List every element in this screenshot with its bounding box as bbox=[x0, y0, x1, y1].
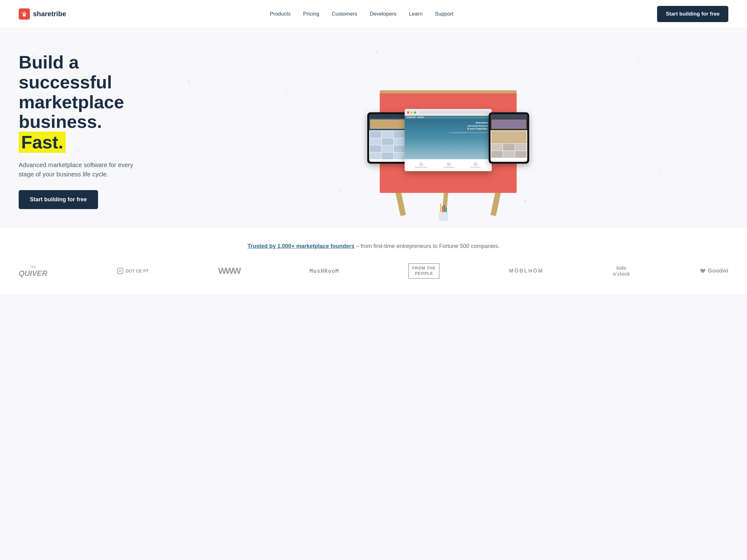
hero-heading-line1: Build a successful bbox=[19, 52, 112, 92]
browser-dot-red bbox=[407, 111, 409, 113]
frompeople-label: FROM THEPEOPLE bbox=[412, 266, 436, 276]
nav-item-customers[interactable]: Customers bbox=[332, 11, 357, 17]
how-label-2: Various Workout Options bbox=[443, 167, 454, 168]
hero-illustration: Affordablepersonal trainersat your finge… bbox=[168, 50, 728, 212]
browser-dot-yellow bbox=[411, 111, 413, 113]
how-icon-2 bbox=[447, 162, 451, 166]
nav-item-pricing[interactable]: Pricing bbox=[303, 11, 319, 17]
dotcept-icon bbox=[117, 268, 124, 274]
tablet-bar-left bbox=[369, 114, 406, 118]
how-label-3: Train at our Partner Gyms bbox=[470, 167, 481, 168]
hero-heading-line3: business. bbox=[19, 111, 102, 132]
brand-logos-row: The QUIVER DOT CE PT WWW MusHRooM FROM T… bbox=[19, 263, 728, 279]
tablet-screen-right bbox=[491, 114, 527, 162]
hero-fast-word: Fast. bbox=[19, 132, 66, 153]
tablet-screen-left bbox=[369, 114, 406, 162]
pencils-cup bbox=[439, 212, 448, 221]
brand-mushroom: MusHRooM bbox=[310, 268, 339, 274]
brand-moblhom: MÖBLHÖM bbox=[509, 268, 543, 274]
dotcept-label: DOT CE PT bbox=[125, 268, 149, 273]
kidsclock-label: kidso'clock bbox=[613, 265, 630, 277]
goodwi-heart-icon bbox=[699, 268, 706, 274]
sharetribe-logo-icon bbox=[19, 8, 30, 20]
nav-item-learn[interactable]: Learn bbox=[409, 11, 422, 17]
browser-hero-overlay: Affordablepersonal trainersat your finge… bbox=[449, 121, 488, 133]
how-item-3: Train at our Partner Gyms bbox=[470, 162, 481, 168]
navbar: sharetribe Products Pricing Customers De… bbox=[0, 0, 747, 28]
cup-body bbox=[439, 212, 448, 221]
hero-section: ↗ ↗ ↗ ↗ ↗ ↗ ♥ ♥ ♥ ✦ ✦ Build a successful… bbox=[0, 28, 747, 227]
easel-canvas: Affordablepersonal trainersat your finge… bbox=[380, 93, 517, 193]
goodwi-label: Goodwi bbox=[708, 268, 728, 274]
browser-hero-title: Affordablepersonal trainersat your finge… bbox=[449, 121, 488, 130]
how-item-2: Various Workout Options bbox=[443, 162, 454, 168]
hero-subtext: Advanced marketplace software for every … bbox=[19, 160, 149, 179]
easel: Affordablepersonal trainersat your finge… bbox=[339, 50, 557, 212]
trusted-section: Trusted by 1,000+ marketplace founders –… bbox=[0, 227, 747, 294]
browser-titlebar bbox=[405, 109, 492, 116]
browser-hero-sub: The largest online platform for licensin… bbox=[449, 132, 488, 133]
nav-item-products[interactable]: Products bbox=[270, 11, 291, 17]
brand-dotcept: DOT CE PT bbox=[117, 268, 149, 274]
trusted-text-rest: – from first-time entrepreneurs to Fortu… bbox=[355, 243, 499, 249]
how-icon-1 bbox=[419, 162, 423, 166]
how-item-1: Affordable Personal Training bbox=[415, 162, 427, 168]
hero-heading-line2: marketplace bbox=[19, 92, 124, 112]
how-label-1: Affordable Personal Training bbox=[415, 167, 427, 168]
tablet-mockup-left bbox=[367, 112, 408, 164]
brand-goodwi: Goodwi bbox=[699, 268, 728, 274]
nav-bar-item1 bbox=[407, 117, 416, 118]
logo-text: sharetribe bbox=[33, 10, 66, 18]
tablet-mockup-right bbox=[489, 112, 529, 164]
browser-content: Affordablepersonal trainersat your finge… bbox=[405, 116, 492, 171]
brand-frompeople: FROM THEPEOPLE bbox=[408, 263, 439, 279]
tablet-grid-right bbox=[491, 130, 527, 158]
tablet-grid-left bbox=[369, 130, 406, 160]
tablet-bar-right bbox=[491, 114, 527, 118]
logo-link[interactable]: sharetribe bbox=[19, 8, 66, 20]
hero-left-content: Build a successful marketplace business.… bbox=[19, 52, 168, 209]
brand-triple-w: WWW bbox=[218, 266, 240, 276]
browser-dot-green bbox=[414, 111, 416, 113]
svg-point-2 bbox=[119, 270, 120, 272]
trusted-text: Trusted by 1,000+ marketplace founders –… bbox=[19, 243, 728, 249]
mushroom-label: MusHRooM bbox=[310, 268, 339, 274]
hero-heading: Build a successful marketplace business.… bbox=[19, 52, 168, 153]
browser-url-bar bbox=[420, 111, 489, 113]
nav-bar-item2 bbox=[417, 117, 424, 118]
brand-quiver: The QUIVER bbox=[19, 264, 47, 278]
browser-mockup-center: Affordablepersonal trainersat your finge… bbox=[405, 109, 492, 171]
trusted-link[interactable]: Trusted by 1,000+ marketplace founders bbox=[248, 243, 355, 249]
moblhom-label: MÖBLHÖM bbox=[509, 268, 543, 274]
brand-kidsclock: kidso'clock bbox=[613, 265, 630, 277]
hero-cta-button[interactable]: Start building for free bbox=[19, 190, 98, 209]
nav-menu: Products Pricing Customers Developers Le… bbox=[270, 11, 454, 17]
nav-cta-button[interactable]: Start building for free bbox=[657, 6, 728, 22]
how-icon-3 bbox=[474, 162, 478, 166]
nav-item-support[interactable]: Support bbox=[435, 11, 454, 17]
triple-w-label: WWW bbox=[218, 266, 240, 276]
nav-item-developers[interactable]: Developers bbox=[370, 11, 396, 17]
quiver-label: The QUIVER bbox=[19, 264, 47, 278]
browser-how-section: Affordable Personal Training Various Wor… bbox=[405, 159, 492, 171]
